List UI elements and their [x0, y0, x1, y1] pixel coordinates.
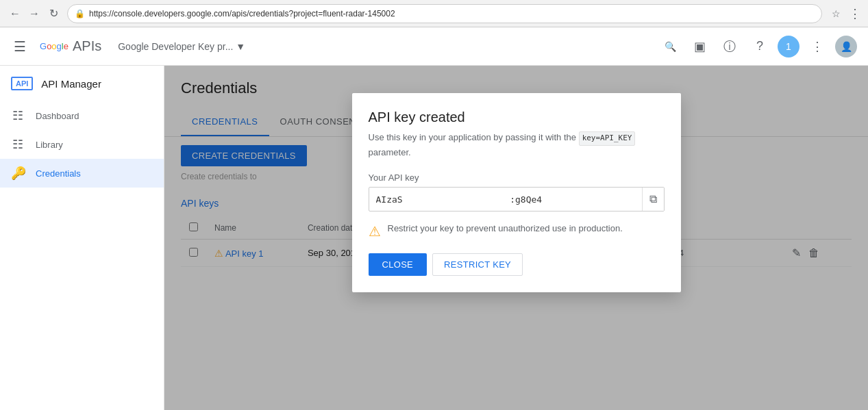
forward-button[interactable]: → — [26, 5, 42, 22]
sidebar-label-credentials: Credentials — [36, 168, 81, 179]
sidebar-item-credentials[interactable]: 🔑 Credentials — [0, 159, 164, 188]
dashboard-icon: ☷ — [11, 108, 25, 123]
project-name-text: Google Developer Key pr... — [118, 41, 233, 52]
url-text: https://console.developers.google.com/ap… — [89, 9, 815, 18]
more-options-icon[interactable]: ⋮ — [805, 34, 830, 59]
info-icon[interactable]: ⓘ — [717, 34, 742, 59]
hamburger-menu-icon[interactable]: ☰ — [11, 36, 29, 57]
warning-triangle-icon: ⚠ — [369, 223, 381, 240]
modal-overlay: API key created Use this key in your app… — [164, 66, 868, 410]
top-bar-actions: ▣ ⓘ ? 1 ⋮ 👤 — [687, 34, 857, 59]
api-manager-title: API Manager — [41, 78, 101, 90]
modal-subtitle: Use this key in your application by pass… — [369, 131, 665, 159]
modal-subtitle-before: Use this key in your application by pass… — [369, 132, 577, 142]
top-app-bar: ☰ Google APIs Google Developer Key pr...… — [0, 27, 868, 66]
api-key-created-modal: API key created Use this key in your app… — [352, 93, 681, 292]
credentials-icon: 🔑 — [11, 166, 25, 181]
warning-text: Restrict your key to prevent unauthorize… — [388, 222, 623, 235]
google-apis-logo: Google APIs — [40, 38, 101, 54]
apis-text: APIs — [73, 38, 101, 54]
app-layout: API API Manager ☷ Dashboard ☷ Library 🔑 … — [0, 66, 868, 410]
apps-icon[interactable]: ▣ — [687, 34, 712, 59]
sidebar-label-dashboard: Dashboard — [36, 111, 79, 121]
sidebar-header: API API Manager — [0, 71, 164, 101]
param-badge: key=API_KEY — [579, 131, 636, 146]
warning-row: ⚠ Restrict your key to prevent unauthori… — [369, 222, 665, 240]
modal-title: API key created — [369, 110, 665, 125]
sidebar-label-library: Library — [36, 140, 63, 150]
chrome-menu-icon[interactable]: ⋮ — [849, 6, 861, 21]
api-key-input-row: ⧉ — [369, 187, 665, 212]
close-button[interactable]: Close — [369, 253, 427, 276]
nav-buttons: ← → ↻ — [7, 5, 62, 22]
dropdown-arrow-icon: ▼ — [236, 41, 245, 52]
bookmark-icon[interactable]: ☆ — [832, 8, 841, 19]
sidebar: API API Manager ☷ Dashboard ☷ Library 🔑 … — [0, 66, 164, 410]
api-key-input[interactable] — [369, 189, 642, 210]
sidebar-item-dashboard[interactable]: ☷ Dashboard — [0, 101, 164, 130]
avatar[interactable]: 1 — [778, 36, 799, 57]
lock-icon: 🔒 — [75, 9, 85, 18]
google-logo-text: Google — [40, 41, 69, 51]
help-icon[interactable]: ? — [747, 34, 772, 59]
api-key-label: Your API key — [369, 172, 665, 183]
sidebar-item-library[interactable]: ☷ Library — [0, 130, 164, 159]
search-icon: 🔍 — [665, 41, 676, 52]
modal-actions: Close Restrict key — [369, 253, 665, 276]
restrict-key-button[interactable]: Restrict key — [432, 253, 523, 276]
refresh-button[interactable]: ↻ — [45, 5, 62, 22]
address-bar[interactable]: 🔒 https://console.developers.google.com/… — [67, 4, 822, 23]
copy-key-button[interactable]: ⧉ — [642, 188, 664, 211]
browser-chrome: ← → ↻ 🔒 https://console.developers.googl… — [0, 0, 868, 27]
main-content: Credentials Credentials OAuth consent sc… — [164, 66, 868, 410]
user-profile-avatar[interactable]: 👤 — [835, 36, 857, 57]
library-icon: ☷ — [11, 137, 25, 152]
back-button[interactable]: ← — [7, 5, 23, 22]
project-selector[interactable]: Google Developer Key pr... ▼ — [118, 41, 245, 52]
api-badge: API — [11, 77, 33, 90]
modal-subtitle-after: parameter. — [369, 147, 411, 157]
